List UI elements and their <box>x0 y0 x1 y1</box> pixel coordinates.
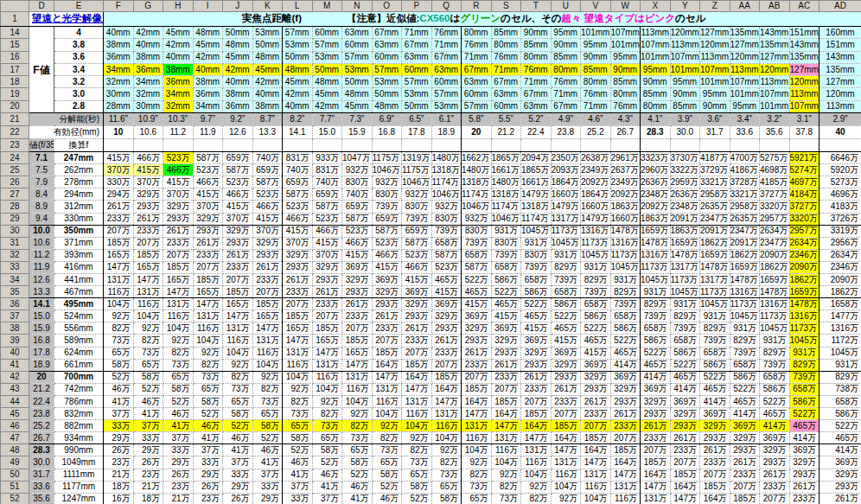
cell-E16[interactable]: 3.6 <box>54 51 104 63</box>
cell-W23[interactable] <box>610 139 641 152</box>
cell-M16[interactable]: 53mm <box>312 51 342 63</box>
cell-E35[interactable]: 467mm <box>54 286 104 298</box>
cell-U45[interactable]: 207万 <box>551 408 581 420</box>
cell-F37[interactable]: 92万 <box>104 310 134 322</box>
cell-Z25[interactable]: 3729万 <box>700 164 730 176</box>
row-header-45[interactable]: 45 <box>1 408 29 420</box>
cell-H26[interactable]: 415万 <box>163 176 194 188</box>
cell-L28[interactable]: 523万 <box>283 201 313 213</box>
cell-L26[interactable]: 659万 <box>283 176 313 188</box>
cell-AD41[interactable]: 931万 <box>820 359 861 371</box>
cell-AD18[interactable]: 127mm <box>820 76 861 88</box>
cell-R29[interactable]: 932万 <box>462 213 492 225</box>
cell-X50[interactable]: 164万 <box>641 469 671 481</box>
cell-J45[interactable]: 58万 <box>223 408 253 420</box>
cell-U18[interactable]: 76mm <box>551 76 581 88</box>
cell-Y37[interactable]: 829万 <box>670 310 700 322</box>
cell-W46[interactable]: 233万 <box>610 420 641 432</box>
row-header-32[interactable]: 32 <box>1 249 29 261</box>
column-header-M[interactable]: M <box>312 1 342 12</box>
cell-D42[interactable]: 20 <box>29 371 54 383</box>
cell-U25[interactable]: 2093万 <box>551 164 581 176</box>
cell-J38[interactable]: 131万 <box>223 322 253 335</box>
cell-O40[interactable]: 185万 <box>372 347 402 359</box>
cell-U47[interactable]: 164万 <box>551 432 581 444</box>
cell-AC30[interactable]: 2957万 <box>789 225 820 237</box>
cell-Y47[interactable]: 261万 <box>670 432 700 444</box>
cell-AB31[interactable]: 2347万 <box>760 237 790 249</box>
row-header-46[interactable]: 46 <box>1 420 29 432</box>
cell-Y50[interactable]: 185万 <box>670 469 700 481</box>
cell-J31[interactable]: 293万 <box>223 237 253 249</box>
cell-S42[interactable]: 233万 <box>491 371 521 383</box>
cell-X37[interactable]: 739万 <box>641 310 671 322</box>
cell-AC38[interactable]: 1173万 <box>789 322 820 335</box>
cell-R34[interactable]: 522万 <box>462 274 492 286</box>
cell-U26[interactable]: 1864万 <box>551 176 581 188</box>
cell-AD19[interactable]: 120mm <box>820 88 861 100</box>
cell-Z22[interactable]: 31.7 <box>700 126 730 139</box>
cell-U50[interactable]: 116万 <box>551 469 581 481</box>
row-header-34[interactable]: 34 <box>1 274 29 286</box>
cell-Z43[interactable]: 465万 <box>700 383 730 395</box>
cell-Q39[interactable]: 261万 <box>431 335 462 347</box>
cell-L36[interactable]: 207万 <box>283 298 313 310</box>
cell-Q24[interactable]: 1480万 <box>431 152 462 164</box>
cell-S26[interactable]: 1480万 <box>491 176 521 188</box>
cell-M24[interactable]: 933万 <box>312 152 342 164</box>
cell-T25[interactable]: 1865万 <box>521 164 552 176</box>
cell-J50[interactable]: 33万 <box>223 469 253 481</box>
cell-S18[interactable]: 67mm <box>491 76 521 88</box>
cell-T20[interactable]: 63mm <box>521 100 552 112</box>
cell-T19[interactable]: 67mm <box>521 88 552 100</box>
cell-X36[interactable]: 829万 <box>641 298 671 310</box>
cell-Q18[interactable]: 60mm <box>431 76 462 88</box>
cell-E34[interactable]: 441mm <box>54 274 104 286</box>
cell-F46[interactable]: 33万 <box>104 420 134 432</box>
cell-V16[interactable]: 90mm <box>581 51 611 63</box>
cell-S34[interactable]: 586万 <box>491 274 521 286</box>
cell-M25[interactable]: 831万 <box>312 164 342 176</box>
cell-F45[interactable]: 37万 <box>104 408 134 420</box>
cell-X39[interactable]: 586万 <box>641 335 671 347</box>
cell-W32[interactable]: 1173万 <box>610 249 641 261</box>
column-header-V[interactable]: V <box>581 1 611 12</box>
cell-X26[interactable]: 2636万 <box>641 176 671 188</box>
cell-AC22[interactable]: 37.8 <box>789 126 820 139</box>
cell-Z37[interactable]: 931万 <box>700 310 730 322</box>
cell-X23[interactable] <box>641 139 671 152</box>
cell-V34[interactable]: 829万 <box>581 274 611 286</box>
cell-W15[interactable]: 101mm <box>610 39 641 51</box>
cell-N48[interactable]: 65万 <box>342 444 373 456</box>
column-header-AA[interactable]: AA <box>730 1 760 12</box>
cell-O24[interactable]: 1175万 <box>372 152 402 164</box>
cell-AA39[interactable]: 829万 <box>730 335 760 347</box>
cell-AB51[interactable]: 233万 <box>760 481 790 493</box>
column-header-D[interactable]: D <box>29 1 54 12</box>
cell-O28[interactable]: 739万 <box>372 201 402 213</box>
cell-M48[interactable]: 58万 <box>312 444 342 456</box>
cell-L43[interactable]: 92万 <box>283 383 313 395</box>
cell-AD37[interactable]: 1477万 <box>820 310 861 322</box>
cell-P51[interactable]: 58万 <box>402 481 432 493</box>
cell-S49[interactable]: 104万 <box>491 456 521 469</box>
cell-Z19[interactable]: 95mm <box>700 88 730 100</box>
cell-F41[interactable]: 58万 <box>104 359 134 371</box>
cell-K30[interactable]: 370万 <box>252 225 283 237</box>
cell-X16[interactable]: 101mm <box>641 51 671 63</box>
cell-N27[interactable]: 740万 <box>342 188 373 201</box>
cell-U29[interactable]: 1317万 <box>551 213 581 225</box>
cell-M19[interactable]: 45mm <box>312 88 342 100</box>
cell-N52[interactable]: 41万 <box>342 493 373 504</box>
cell-F31[interactable]: 185万 <box>104 237 134 249</box>
cell-S51[interactable]: 82万 <box>491 481 521 493</box>
row-header-22[interactable]: 22 <box>1 126 29 139</box>
cell-R32[interactable]: 658万 <box>462 249 492 261</box>
cell-K36[interactable]: 185万 <box>252 298 283 310</box>
cell-G52[interactable]: 18万 <box>133 493 163 504</box>
cell-T47[interactable]: 147万 <box>521 432 552 444</box>
cell-AD29[interactable]: 3726万 <box>820 213 861 225</box>
cell-AD26[interactable]: 5273万 <box>820 176 861 188</box>
cell-T16[interactable]: 80mm <box>521 51 552 63</box>
cell-U21[interactable]: 4.9” <box>551 113 581 126</box>
